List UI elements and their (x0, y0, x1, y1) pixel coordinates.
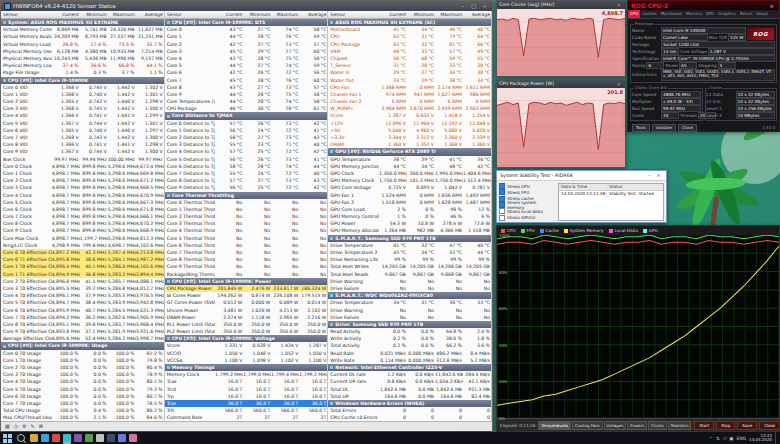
sensor-row[interactable]: Core 5 T0 Usage100.0 %0.0 %100.0 %79.3 % (1, 386, 164, 393)
sensor-row[interactable]: Core 4 Clock4,898.7 MHz899.8 MHz5,298.6 … (1, 192, 164, 199)
sensor-row[interactable]: Core 144 °C28 °C76 °C59 °C (165, 33, 328, 40)
sensor-row[interactable]: Core 8 VID1.366 V0.741 V1.441 V1.298 V (1, 141, 164, 148)
column-header-minimum[interactable]: Minimum (243, 11, 271, 18)
sensor-section-header[interactable]: Drive: Samsung SSD 970 PRO 1TB (328, 321, 491, 328)
sensor-row[interactable]: Core 5 Thermal ThrottlingNoNoNoNo (165, 235, 328, 242)
sensor-section-header[interactable]: CPU [#0]: Intel Core i9-10900K: DTS (165, 19, 328, 26)
column-header-minimum[interactable]: Minimum (80, 11, 108, 18)
sensor-row[interactable]: Core 345 °C29 °C77 °C60 °C (165, 48, 328, 55)
sensor-row[interactable]: CPU Package46 °C30 °C78 °C61 °C (165, 105, 328, 112)
checkbox-icon[interactable] (499, 202, 505, 208)
sensor-row[interactable]: Write Activity0.2 %0.0 %38.6 %1.8 % (328, 335, 491, 342)
sensor-row[interactable]: Tcas16.0 T16.0 T16.0 T16.0 T (165, 378, 328, 385)
sensor-row[interactable]: VCCSA1.100 V1.098 V1.102 V1.100 V (165, 357, 328, 364)
close-icon[interactable]: × (614, 1, 623, 9)
sensor-row[interactable]: Core 0 VID1.368 V0.745 V1.442 V1.302 V (1, 84, 164, 91)
sensor-section-header[interactable]: CPU [#0]: Intel Core i9-10900K: Power (165, 278, 328, 285)
sensor-row[interactable]: Chassis Fan 1974 RPM947 RPM1,027 RPM980 … (328, 91, 491, 98)
sensor-row[interactable]: Core 9 VID1.367 V0.744 V1.442 V1.300 V (1, 148, 164, 155)
sensor-row[interactable]: Core 7 Thermal ThrottlingNoNoNoNo (165, 249, 328, 256)
log-column-status[interactable]: Status (606, 184, 663, 190)
sensor-row[interactable]: Core 9 T0 Effective Clock4,893.8 MHz37.1… (1, 328, 164, 335)
taskbar-clock[interactable]: 13:23 14.04.2020 (749, 434, 772, 443)
sensor-row[interactable]: Core 1 Thermal ThrottlingNoNoNoNo (165, 206, 328, 213)
sensor-row[interactable]: Core 0 T0 Effective Clock4,897.2 MHz42.3… (1, 249, 164, 256)
sensor-row[interactable]: GPU Memory Controller Load1 %0 %46 %6 % (328, 213, 491, 220)
legend-item-local-disks[interactable]: Local Disks (609, 228, 638, 233)
grid-icon[interactable]: ⊞ (39, 422, 43, 431)
checkbox-icon[interactable] (499, 215, 505, 221)
sensor-row[interactable]: GPU Fan 21,518 RPM0 RPM1,828 RPM1,487 RP… (328, 199, 491, 206)
close-button[interactable]: Close (759, 421, 779, 430)
tab-graphics[interactable]: Graphics (716, 10, 738, 18)
stress-option[interactable]: Stress GPU(s) (499, 214, 555, 220)
sensor-row[interactable]: Core 6 Clock4,898.7 MHz899.8 MHz5,298.6 … (1, 206, 164, 213)
sensor-row[interactable]: Read Rate0.021 MB/s0.000 MB/s486.2 MB/s8… (328, 350, 491, 357)
sensor-row[interactable]: Vcore1.287 V0.632 V1.418 V1.254 V (328, 112, 491, 119)
legend-item-fpu[interactable]: FPU (521, 228, 535, 233)
gear-icon[interactable]: ⚙ (22, 422, 26, 431)
language-indicator[interactable]: ENG (736, 436, 746, 441)
tab-powers[interactable]: Powers (627, 421, 647, 430)
sensor-row[interactable]: +3.3V3.344 V3.312 V3.360 V3.339 V (328, 134, 491, 141)
volume-icon[interactable]: ◁ (723, 436, 726, 441)
log-row[interactable]: 14.04.2020 13:11:48Stability Test: Start… (559, 191, 663, 197)
sensor-row[interactable]: +5V5.040 V4.960 V5.080 V5.020 V (328, 127, 491, 134)
sensor-row[interactable]: Trp16.0 T16.0 T16.0 T16.0 T (165, 393, 328, 400)
legend-item-gpu[interactable]: GPU (643, 228, 658, 233)
sensor-row[interactable]: Trfc560.0 T560.0 T560.0 T560.0 T (165, 407, 328, 414)
sensor-row[interactable]: Read Activity0.0 %0.0 %64.8 %2.4 % (328, 328, 491, 335)
sensor-row[interactable]: Total Errors0000 (328, 407, 491, 414)
sensor-row[interactable]: Core 443 °C28 °C75 °C58 °C (165, 55, 328, 62)
sensor-row[interactable]: Core 6 T0 Effective Clock4,895.9 MHz40.7… (1, 307, 164, 314)
sensor-row[interactable]: Core 1 Distance to TjMAX56 °C24 °C72 °C4… (165, 127, 328, 134)
sensor-row[interactable]: Drive WarningNoNoNoNo (328, 278, 491, 285)
sensor-row[interactable]: Core 5 Clock4,898.7 MHz899.8 MHz5,298.6 … (1, 199, 164, 206)
sensor-row[interactable]: Chipset56 °C48 °C59 °C55 °C (328, 55, 491, 62)
minimize-icon[interactable]: – (645, 171, 654, 180)
sensor-row[interactable]: Core 745 °C28 °C76 °C60 °C (165, 77, 328, 84)
taskbar-app-discord[interactable] (118, 434, 126, 442)
sensor-row[interactable]: Core 4 VID1.366 V0.741 V1.441 V1.299 V (1, 112, 164, 119)
sensor-row[interactable]: Tras36.0 T36.0 T36.0 T36.0 T (165, 400, 328, 407)
tab-voltages[interactable]: Voltages (604, 421, 627, 430)
sensor-row[interactable]: Current DL rate1.2 KB/s0.0 KB/s11,842.6 … (328, 371, 491, 378)
sensor-row[interactable]: Core 2 Thermal ThrottlingNoNoNoNo (165, 213, 328, 220)
sensor-row[interactable]: Core 0 Thermal ThrottlingNoNoNoNo (165, 199, 328, 206)
sensor-row[interactable]: Core 9 Thermal ThrottlingNoNoNoNo (165, 263, 328, 270)
sensor-section-header[interactable]: Core Thermal Throttling (165, 192, 328, 199)
sensor-row[interactable]: Drive FailureNoNoNoNo (328, 285, 491, 292)
sensor-row[interactable]: GPU Memory Junction Temperature44 °C34 °… (328, 163, 491, 170)
close-icon[interactable]: × (767, 3, 776, 9)
sensor-section-header[interactable]: CPU [#0]: Intel Core i9-10900K: Voltage (165, 335, 328, 342)
sensor-row[interactable]: Core 0 T1 Effective Clock4,895.8 MHz38.6… (1, 256, 164, 263)
sensor-row[interactable]: Core 4 T0 Effective Clock4,896.1 MHz37.9… (1, 292, 164, 299)
sensor-row[interactable]: Core 0 Distance to TjMAX57 °C26 °C73 °C4… (165, 120, 328, 127)
taskbar-app-explorer[interactable] (30, 434, 38, 442)
sensor-row[interactable]: Core 7 T0 Effective Clock4,894.2 MHz36.2… (1, 314, 164, 321)
sensor-section-header[interactable]: Network: Intel Ethernet Controller I225-… (328, 364, 491, 371)
sensor-row[interactable]: Core 9 Distance to TjMAX56 °C25 °C72 °C4… (165, 184, 328, 191)
sensor-row[interactable]: Virtual Memory Available24,209 MB8,793 M… (1, 33, 164, 40)
column-header-maximum[interactable]: Maximum (435, 11, 463, 18)
sensor-row[interactable]: VRM48 °C33 °C57 °C49 °C (328, 48, 491, 55)
sensor-row[interactable]: CPU Cache L0 Errors0000 (328, 414, 491, 421)
sensor-row[interactable]: CPU62 °C31 °C79 °C64 °C (328, 33, 491, 40)
column-header-current[interactable]: Current (379, 11, 407, 18)
tools-button[interactable]: Tools (632, 124, 650, 132)
sensor-row[interactable]: Max CPU/Thread Usage100.0 %2.1 %100.0 %8… (1, 414, 164, 421)
sensor-row[interactable]: Drive Temperature 245 °C34 °C52 °C44 °C (328, 249, 491, 256)
graph-titlebar[interactable]: CPU Package Power [W] × (497, 80, 625, 88)
tab-about[interactable]: About (754, 10, 770, 18)
clock-icon[interactable]: ◷ (14, 422, 18, 431)
sensor-row[interactable]: Core 1 VID1.368 V0.740 V1.442 V1.301 V (1, 91, 164, 98)
sensor-row[interactable]: IA Cores Power194.262 W0.874 W226.108 W1… (165, 292, 328, 299)
sensor-row[interactable]: Memory Clock1,799.2 MHz1,799.0 MHz1,799.… (165, 371, 328, 378)
taskbar-app-hwinfo64[interactable] (63, 434, 71, 442)
tab-spd[interactable]: SPD (704, 10, 716, 18)
taskbar-app-notepad[interactable] (96, 434, 104, 442)
column-header-sensor[interactable]: Sensor (328, 11, 379, 18)
sensor-row[interactable]: PL2 Power Limit (Static)250.0 W250.0 W25… (165, 328, 328, 335)
stability-test-titlebar[interactable]: System Stability Test - AIDA64 – × (497, 171, 666, 181)
sensor-row[interactable]: GT Cores Power (SVID)0.012 W0.000 W0.089… (165, 299, 328, 306)
